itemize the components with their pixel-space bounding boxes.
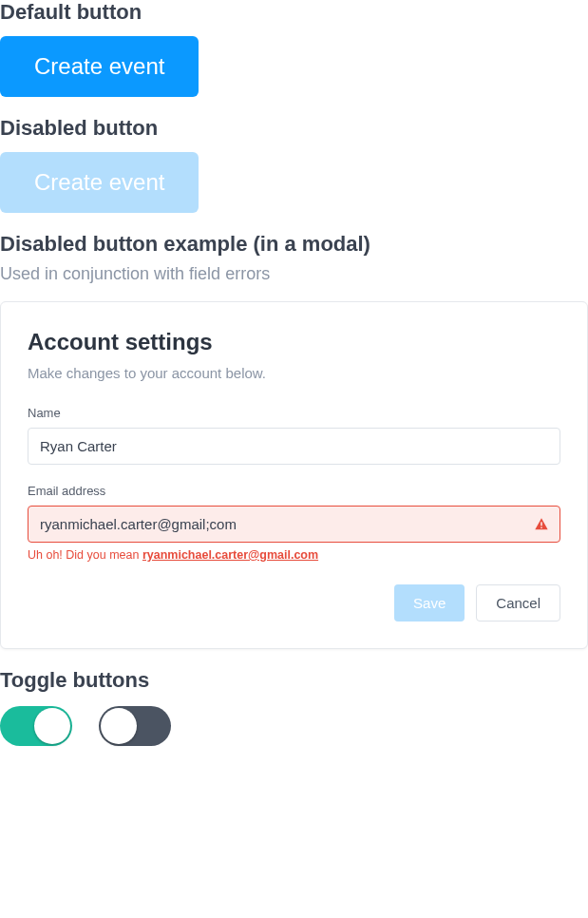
svg-rect-1: [541, 526, 541, 527]
create-event-button-disabled: Create event: [0, 152, 199, 213]
modal-actions: Save Cancel: [28, 584, 560, 622]
section-title: Default button: [0, 0, 588, 25]
toggle-off[interactable]: [99, 706, 171, 746]
svg-rect-0: [541, 522, 541, 526]
modal-description: Make changes to your account below.: [28, 365, 560, 381]
email-label: Email address: [28, 484, 560, 498]
error-prefix: Uh oh! Did you mean: [28, 548, 142, 562]
section-title: Disabled button: [0, 116, 588, 141]
section-subtitle: Used in conjunction with field errors: [0, 264, 588, 284]
email-field[interactable]: [28, 506, 560, 543]
section-title: Toggle buttons: [0, 668, 588, 693]
name-label: Name: [28, 406, 560, 420]
create-event-button[interactable]: Create event: [0, 36, 199, 97]
section-modal-example: Disabled button example (in a modal) Use…: [0, 232, 588, 649]
name-field[interactable]: [28, 428, 560, 465]
account-settings-modal: Account settings Make changes to your ac…: [0, 301, 588, 649]
section-toggle: Toggle buttons: [0, 668, 588, 746]
toggle-knob: [101, 708, 137, 744]
modal-title: Account settings: [28, 329, 560, 355]
section-disabled-button: Disabled button Create event: [0, 116, 588, 213]
email-error-message: Uh oh! Did you mean ryanmichael.carter@g…: [28, 548, 560, 562]
email-field-wrapper: [28, 506, 560, 543]
save-button: Save: [394, 584, 465, 622]
section-title: Disabled button example (in a modal): [0, 232, 588, 257]
section-default-button: Default button Create event: [0, 0, 588, 97]
email-suggestion-link[interactable]: ryanmichael.carter@gmail.com: [142, 548, 318, 562]
toggle-row: [0, 706, 588, 746]
toggle-on[interactable]: [0, 706, 72, 746]
toggle-knob: [34, 708, 70, 744]
cancel-button[interactable]: Cancel: [476, 584, 560, 622]
alert-icon: [534, 517, 549, 532]
